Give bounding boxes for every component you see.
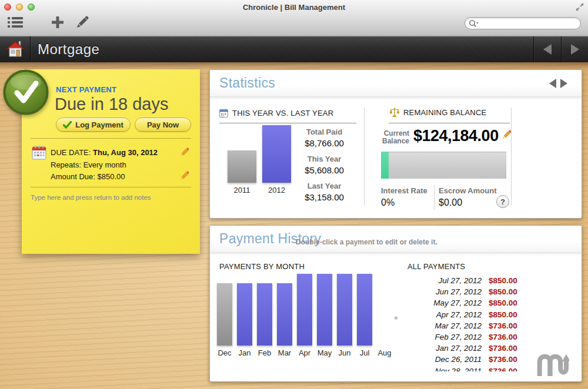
stat-value: $8,766.00 [290,138,358,148]
by-month-heading: PAYMENTS BY MONTH [219,262,305,271]
chart-bar-column: Dec [217,283,232,357]
chart-bar-column: May [317,274,332,357]
payment-date: Jun 27, 2012 [384,287,482,296]
payment-amount: $736.00 [489,344,517,353]
payment-amount: $850.00 [489,310,517,319]
stats-previous-icon[interactable] [549,79,556,88]
due-date-value: Thu, Aug 30, 2012 [93,148,158,157]
window-chrome: Chronicle | Bill Management [0,0,588,36]
note-divider [31,138,191,139]
note-divider [31,187,191,187]
payment-row[interactable]: Dec 26, 2011$736.00 [384,355,519,366]
bar-May [317,274,332,346]
chart-bar-column: Feb [257,283,272,357]
payment-row[interactable]: Nov 28, 2011$736.00 [384,367,519,372]
bill-category-tile[interactable] [0,36,31,62]
due-date-label: DUE DATE: [51,148,91,157]
fullscreen-icon[interactable] [575,2,584,12]
chart-bar-column: Jul [357,274,372,357]
bar-label: 2012 [268,186,285,195]
bar-label: May [318,348,332,357]
search-icon [469,19,479,28]
year-vs-heading: THIS YEAR VS. LAST YEAR [219,109,333,118]
scroll-indicator[interactable] [395,317,397,320]
payments-by-month-chart: DecJanFebMarAprMayJunJulAug [217,286,392,357]
section-divider [364,108,365,205]
bar-Dec [217,283,232,346]
payment-amount: $850.00 [489,276,517,285]
bar-label: Feb [258,348,271,357]
payment-date: Feb 27, 2012 [384,333,482,341]
current-balance-value: $124,184.00 [413,127,499,145]
payment-row[interactable]: Jan 27, 2012$736.00 [384,344,519,355]
payment-row[interactable]: May 27, 2012$850.00 [384,299,519,310]
payment-amount: $736.00 [489,333,517,341]
chevron-right-icon [571,44,579,55]
chart-bar-column: Apr [297,274,312,357]
chevron-left-icon [543,44,552,55]
escrow-value: $0.00 [439,197,462,208]
bar-Feb [257,283,272,346]
stats-next-icon[interactable] [560,79,567,88]
previous-bill-button[interactable] [533,36,560,62]
payment-row[interactable]: Jun 27, 2012$850.00 [384,287,519,299]
remaining-balance-heading: REMAINING BALANCE [390,108,486,118]
history-header: Payment History Double-click a payment t… [210,226,582,253]
all-payments-list: Jul 27, 2012$850.00Jun 27, 2012$850.00Ma… [384,276,519,371]
year-vs-rule [219,123,356,123]
chart-bar-column: 2012 [262,125,291,195]
interest-rate-label: Interest Rate [381,186,427,195]
payment-row[interactable]: Apr 27, 2012$850.00 [384,310,519,321]
payment-date: May 27, 2012 [384,299,482,307]
payment-amount: $736.00 [489,321,517,330]
statistics-panel: Statistics THIS YEAR VS. LAST YEAR 20112… [209,69,582,219]
pay-now-button[interactable]: Pay Now [135,118,191,132]
payment-amount: $736.00 [489,355,517,364]
edit-amount-icon[interactable] [179,170,191,182]
edit-due-date-icon[interactable] [179,146,191,158]
bar-Jul [357,274,372,346]
balance-rule [389,123,510,123]
help-button[interactable]: ? [496,195,509,208]
payment-date: Mar 27, 2012 [384,321,482,330]
bar-Jan [237,283,252,346]
payment-row[interactable]: Mar 27, 2012$736.00 [384,321,519,333]
next-bill-button[interactable] [561,36,588,62]
bar-2012 [262,125,291,183]
bill-list-icon[interactable] [7,15,24,29]
payment-row[interactable]: Jul 27, 2012$850.00 [384,276,519,287]
log-payment-button[interactable]: Log Payment [56,118,131,132]
search-field[interactable] [465,17,581,29]
bar-label: Apr [299,348,310,357]
amount-due-row: Amount Due: $850.00 [51,172,125,181]
statistics-title: Statistics [219,75,275,91]
add-bill-button[interactable] [49,15,66,29]
bar-Mar [277,283,292,346]
payment-history-panel: Payment History Double-click a payment t… [209,225,582,382]
window-title: Chronicle | Bill Management [0,3,588,12]
payment-row[interactable]: Feb 27, 2012$736.00 [384,333,519,344]
app-window: Chronicle | Bill Management [0,0,588,389]
current-balance-label: Current Balance [380,130,409,145]
bar-label: 2011 [234,186,250,195]
bar-Jun [337,274,352,346]
escrow-label: Escrow Amount [439,186,496,195]
kv-divider [434,185,435,210]
chart-bar-column: Mar [277,283,292,357]
due-in-text: Due in 18 days [55,95,168,114]
notes-input[interactable] [31,194,191,201]
bill-title: Mortgage [38,41,99,58]
edit-bill-button[interactable] [74,15,91,29]
chart-bar-column: Jun [337,274,352,357]
search-input[interactable] [482,19,577,28]
statistics-header: Statistics [210,70,582,97]
payment-date: Jan 27, 2012 [384,344,482,353]
paid-check-badge-icon [3,69,49,115]
house-icon [6,40,25,59]
calendar-icon [32,145,46,160]
chart-bar-column: 2011 [228,150,256,195]
log-payment-label: Log Payment [75,120,123,129]
year-vs-chart: 20112012 [228,137,291,195]
desktop-background: NEXT PAYMENT Due in 18 days Log Payment … [0,62,588,389]
stat-label: Total Paid [290,128,358,136]
